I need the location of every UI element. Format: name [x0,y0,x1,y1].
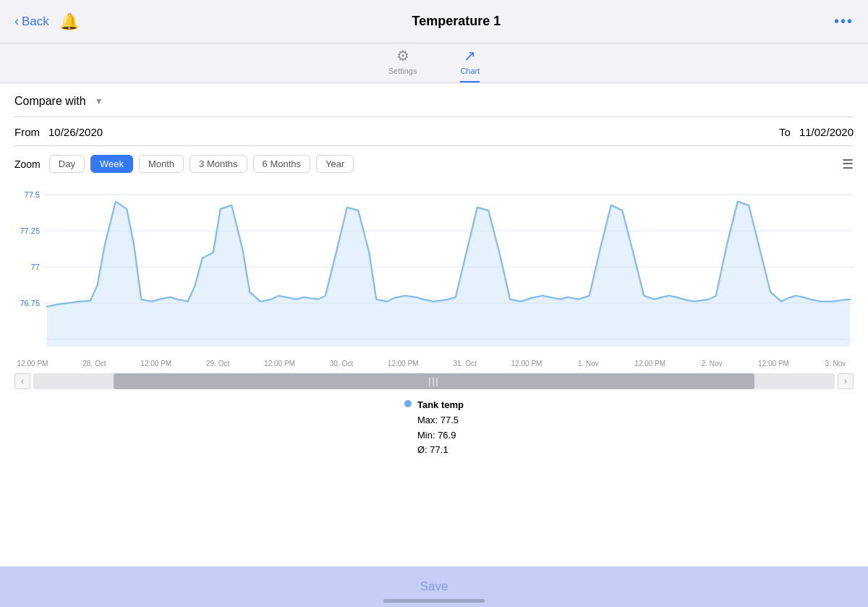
legend-section: Tank temp Max: 77.5 Min: 76.9 Ø: 77.1 [14,398,854,458]
xaxis-label-3: 29. Oct [200,360,236,368]
tab-settings[interactable]: ⚙ Settings [388,47,417,82]
zoom-year[interactable]: Year [316,155,354,173]
scroll-track[interactable]: ||| [33,373,835,389]
xaxis-label-13: 3. Nov [817,360,854,368]
svg-text:76.75: 76.75 [20,299,40,307]
save-button-label: Save [420,580,448,594]
legend-item: Tank temp Max: 77.5 Min: 76.9 Ø: 77.1 [404,398,464,458]
from-label: From [14,126,40,138]
zoom-row: Zoom Day Week Month 3 Months 6 Months Ye… [14,155,854,173]
svg-text:77.5: 77.5 [25,190,40,199]
xaxis-label-12: 12:00 PM [756,360,792,368]
home-indicator [383,599,485,603]
to-value[interactable]: 11/02/2020 [799,126,854,138]
xaxis-label-6: 12:00 PM [385,360,421,368]
xaxis-label-1: 28. Oct [76,360,112,368]
bell-icon[interactable]: 🔔 [59,12,79,31]
compare-label: Compare with [14,95,86,108]
xaxis-label-10: 12:00 PM [632,360,668,368]
scroll-left-arrow[interactable]: ‹ [14,373,30,389]
menu-icon[interactable]: ☰ [842,156,854,172]
scroll-right-arrow[interactable]: › [838,373,854,389]
page-title: Temperature 1 [412,14,501,29]
svg-marker-9 [47,202,850,347]
from-value[interactable]: 10/26/2020 [48,126,103,138]
date-to-section: To 11/02/2020 [779,126,854,138]
chart-icon: ↗ [464,47,476,64]
chart-container: 77.5 77.25 77 76.75 [14,180,854,354]
date-from-section: From 10/26/2020 [14,126,103,138]
legend-min: Min: 76.9 [417,428,464,443]
date-row: From 10/26/2020 To 11/02/2020 [14,126,854,146]
tab-chart[interactable]: ↗ Chart [460,47,480,82]
back-chevron-icon: ‹ [14,14,19,29]
scroll-handle-icon: ||| [428,376,439,386]
top-bar: ‹ Back 🔔 Temperature 1 ••• [0,0,868,43]
zoom-label: Zoom [14,158,41,170]
legend-dot [404,400,412,407]
xaxis-label-5: 30. Oct [323,360,359,368]
compare-select[interactable]: Compare with ▼ [14,95,434,108]
xaxis-label-9: 1. Nov [570,360,606,368]
compare-row: Compare with ▼ [14,95,854,117]
legend-name: Tank temp [417,398,464,413]
zoom-day[interactable]: Day [49,155,85,173]
back-button[interactable]: ‹ Back [14,14,49,29]
svg-text:77: 77 [31,263,40,271]
svg-text:77.25: 77.25 [20,226,40,235]
xaxis-label-0: 12:00 PM [14,360,51,368]
zoom-month[interactable]: Month [139,155,184,173]
zoom-6months[interactable]: 6 Months [253,155,310,173]
zoom-3months[interactable]: 3 Months [190,155,247,173]
zoom-week[interactable]: Week [90,155,133,173]
back-label: Back [22,14,49,29]
settings-icon: ⚙ [396,47,409,64]
dropdown-arrow-icon: ▼ [95,96,103,106]
more-button[interactable]: ••• [834,13,854,30]
top-bar-left: ‹ Back 🔔 [14,12,79,31]
tab-bar: ⚙ Settings ↗ Chart [0,43,868,83]
xaxis-label-2: 12:00 PM [138,360,174,368]
legend-text: Tank temp Max: 77.5 Min: 76.9 Ø: 77.1 [417,398,464,458]
legend-max: Max: 77.5 [417,413,464,428]
scroll-thumb[interactable]: ||| [114,373,754,389]
xaxis-label-4: 12:00 PM [262,360,298,368]
xaxis-labels: 12:00 PM 28. Oct 12:00 PM 29. Oct 12:00 … [14,358,854,369]
to-label: To [779,126,791,138]
legend-avg: Ø: 77.1 [417,443,464,458]
xaxis-label-8: 12:00 PM [509,360,545,368]
scrollbar-row: ‹ ||| › [14,373,854,389]
xaxis-label-11: 2. Nov [694,360,730,368]
tab-settings-label: Settings [388,67,417,75]
main-content: Compare with ▼ From 10/26/2020 To 11/02/… [0,83,868,566]
chart-svg: 77.5 77.25 77 76.75 [14,180,854,354]
tab-chart-label: Chart [460,67,480,75]
xaxis-label-7: 31. Oct [447,360,483,368]
